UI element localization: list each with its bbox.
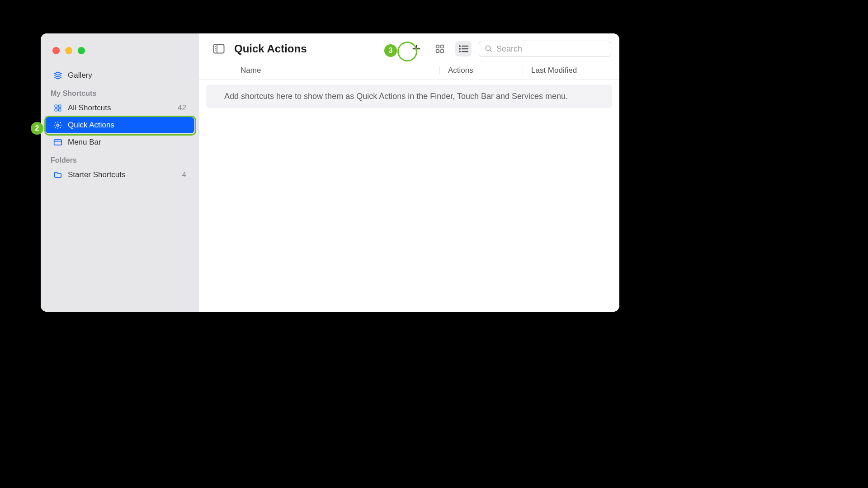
svg-rect-7 [214, 45, 224, 53]
svg-rect-15 [441, 45, 443, 48]
svg-point-18 [459, 45, 461, 47]
gallery-icon [53, 71, 62, 80]
search-input[interactable] [496, 44, 605, 54]
svg-rect-0 [55, 105, 57, 107]
table-header: Name Actions Last Modified [199, 62, 619, 80]
svg-point-22 [459, 51, 461, 52]
sidebar-item-menu-bar[interactable]: Menu Bar [45, 134, 194, 150]
sidebar-item-starter-shortcuts[interactable]: Starter Shortcuts 4 [45, 167, 194, 183]
annotation-callout-3: 3 [384, 44, 397, 57]
annotation-callout-2: 2 [31, 122, 43, 135]
sidebar-item-quick-actions[interactable]: Quick Actions [45, 117, 194, 133]
page-title: Quick Actions [234, 42, 307, 55]
annotation-ring-add [397, 42, 417, 61]
sidebar-item-label: Starter Shortcuts [68, 170, 126, 179]
gear-icon [53, 121, 62, 130]
svg-point-20 [459, 48, 461, 50]
main-pane: Quick Actions Name Actions Last Modified [199, 33, 619, 312]
column-header-modified[interactable]: Last Modified [523, 66, 619, 75]
svg-rect-1 [59, 105, 61, 107]
list-view-button[interactable] [455, 41, 472, 56]
close-window-button[interactable] [52, 47, 60, 54]
sidebar-item-gallery[interactable]: Gallery [45, 67, 194, 84]
sidebar-item-label: Menu Bar [68, 138, 101, 147]
app-window: Gallery My Shortcuts All Shortcuts 42 Qu… [41, 33, 619, 312]
svg-line-25 [490, 50, 491, 52]
svg-rect-17 [441, 50, 443, 52]
sidebar-item-label: All Shortcuts [68, 103, 111, 113]
svg-point-4 [57, 124, 59, 127]
svg-rect-14 [436, 45, 439, 48]
svg-rect-3 [59, 109, 61, 111]
toggle-sidebar-button[interactable] [211, 41, 227, 56]
menubar-icon [53, 138, 62, 147]
empty-state-message: Add shortcuts here to show them as Quick… [206, 84, 612, 108]
sidebar: Gallery My Shortcuts All Shortcuts 42 Qu… [41, 33, 199, 312]
folder-icon [53, 170, 62, 179]
grid-icon [53, 103, 62, 113]
search-icon [485, 45, 493, 53]
search-field[interactable] [479, 41, 611, 57]
sidebar-item-label: Quick Actions [68, 121, 114, 130]
sidebar-item-label: Gallery [68, 71, 92, 80]
grid-view-button[interactable] [432, 41, 448, 56]
column-header-actions[interactable]: Actions [439, 66, 523, 75]
svg-rect-2 [55, 109, 57, 111]
sidebar-item-count: 4 [182, 170, 186, 179]
sidebar-header-my-shortcuts: My Shortcuts [41, 84, 199, 99]
sidebar-item-all-shortcuts[interactable]: All Shortcuts 42 [45, 100, 194, 116]
sidebar-header-folders: Folders [41, 151, 199, 166]
window-controls [41, 42, 199, 67]
svg-rect-16 [436, 50, 439, 52]
svg-rect-5 [54, 140, 62, 145]
sidebar-item-count: 42 [178, 103, 186, 113]
minimize-window-button[interactable] [65, 47, 72, 54]
fullscreen-window-button[interactable] [78, 47, 85, 54]
column-header-name[interactable]: Name [199, 66, 439, 75]
